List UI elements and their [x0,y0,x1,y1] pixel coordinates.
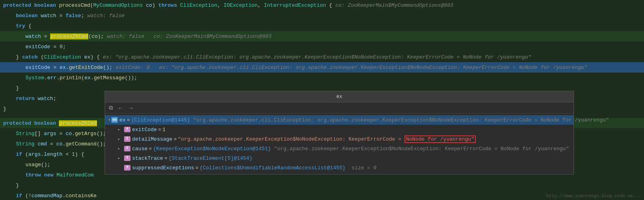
field-icon-cause: f [124,146,130,151]
debug-popup: ex ⧉ ← → ▾ oo ex = {CliException@1445} "… [105,91,574,175]
field-icon-exitCode: f [124,127,130,132]
method-processCmd: processCmd [59,2,90,8]
debug-tree: ▾ oo ex = {CliException@1445} "org.apach… [105,114,574,174]
code-line-7: exitCode = ex.getExitCode(); exitCode: 0… [0,62,644,73]
debug-watch-2: watch: false co: ZooKeeperMain$MyCommand… [107,33,271,39]
popup-title: ex [337,94,342,100]
code-line-18: } [0,180,644,190]
code-line-2: boolean watch = false; watch: false [0,10,644,21]
code-line-5: exitCode = 0; [0,41,644,52]
debug-row-exitCode[interactable]: ▸ f exitCode = 1 [105,125,574,134]
field-icon-suppressedExceptions: f [124,165,130,171]
obj-icon-ex: oo [111,117,118,123]
field-icon-detailMessage: f [124,136,130,142]
expand-icon-cause: ▸ [118,146,123,151]
method-processZKCmd-highlighted: processZKCmd [50,33,88,39]
debug-exitCode: exitCode: 0 ex: "org.apache.zookeeper.cl… [116,65,588,71]
debug-row-ex[interactable]: ▾ oo ex = {CliException@1445} "org.apach… [105,115,574,125]
debug-row-stackTrace[interactable]: ▸ f stackTrace = {StackTraceElement[5]@1… [105,153,574,163]
field-icon-stackTrace: f [124,155,130,161]
editor-area: protected boolean processCmd(MyCommandOp… [0,0,644,200]
popup-toolbar: ⧉ ← → [105,102,574,114]
code-line-4: watch = processZKCmd(co); watch: false c… [0,31,644,41]
expand-icon-suppressedExceptions [118,166,123,170]
keyword-boolean-1: boolean [34,2,56,8]
popup-titlebar: ex [105,91,574,102]
keyword-throws: throws [158,2,177,8]
expand-icon-stackTrace: ▸ [118,156,123,161]
copy-button[interactable]: ⧉ [107,104,115,112]
forward-button[interactable]: → [126,104,135,112]
keyword-protected: protected [3,2,31,8]
detail-message-highlight: NoNode for /yuanrengu" [405,135,476,143]
back-button[interactable]: ← [116,104,125,112]
debug-row-suppressedExceptions[interactable]: f suppressedExceptions = {Collections$Un… [105,163,574,173]
expand-icon-ex: ▾ [108,118,111,122]
watermark: http://www.yuanrengu.blog.csdn.ne... [546,194,641,198]
debug-watch-1: watch: false [88,13,125,19]
debug-ex-catch: ex: "org.apache.zookeeper.cli.CliExcepti… [103,54,531,60]
code-line-6: } catch (CliException ex) { ex: "org.apa… [0,52,644,62]
expand-icon-detailMessage: ▸ [118,137,123,141]
code-line-3: try { [0,21,644,31]
method-processZKCmd-2: processZKCmd [59,120,97,126]
debug-co-1: co: ZooKeeperMain$MyCommandOptions@803 [335,2,453,8]
expand-icon-exitCode: ▸ [118,127,123,132]
debug-row-detailMessage[interactable]: ▸ f detailMessage = "org.apache.zookeepe… [105,134,574,144]
code-line-8: System.err.println(ex.getMessage()); [0,73,644,83]
debug-row-cause[interactable]: ▸ f cause = {KeeperException$NoNodeExcep… [105,144,574,153]
code-line-1: protected boolean processCmd(MyCommandOp… [0,0,644,10]
